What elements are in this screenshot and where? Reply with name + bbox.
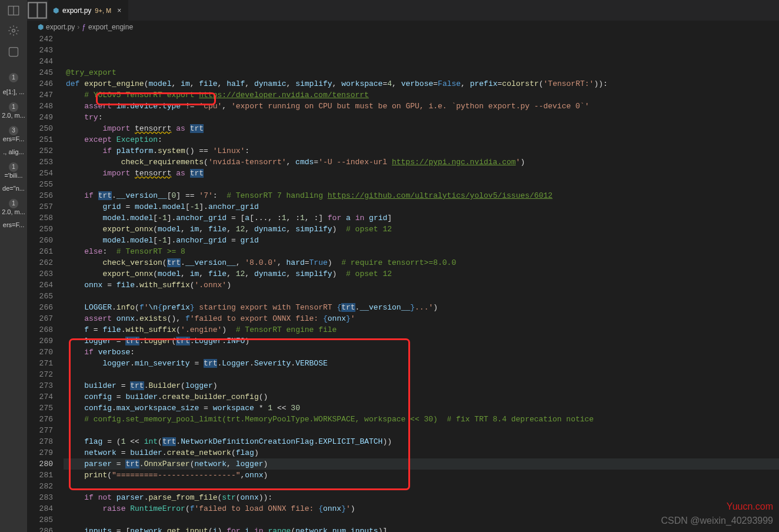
code-area[interactable]: @try_exportdef export_engine(model, im, …: [64, 34, 779, 532]
tab-git-status: 9+, M: [95, 7, 111, 14]
function-icon: ƒ: [82, 23, 86, 31]
activity-badge[interactable]: de="n...: [0, 184, 27, 193]
activity-badge[interactable]: e[1:], ...: [0, 87, 27, 97]
breadcrumb[interactable]: ⬢ export.py › ƒ export_engine: [27, 21, 779, 34]
split-editor-icon[interactable]: [4, 5, 24, 16]
chevron-right-icon: ›: [77, 23, 79, 31]
split-layout-icon[interactable]: [27, 0, 48, 21]
settings-gear-icon[interactable]: [6, 24, 21, 38]
python-icon: ⬢: [38, 23, 44, 31]
python-icon: ⬢: [53, 6, 59, 15]
svg-point-2: [12, 29, 15, 32]
activity-misc-icon[interactable]: [6, 45, 21, 59]
activity-badges: 1e[1:], ...12.0, m...3ers=F...., alig...…: [0, 71, 27, 230]
activity-badge[interactable]: 1='bili...: [0, 160, 27, 180]
editor[interactable]: 2422432442452462472482492502512522532542…: [27, 34, 779, 532]
close-icon[interactable]: ×: [115, 6, 124, 15]
line-gutter: 2422432442452462472482492502512522532542…: [27, 34, 64, 532]
editor-tabs: ⬢ export.py 9+, M ×: [27, 0, 779, 21]
activity-badge[interactable]: ., alig...: [0, 147, 27, 157]
svg-rect-3: [9, 48, 18, 56]
activity-badge[interactable]: 12.0, m...: [0, 197, 27, 217]
activity-badge[interactable]: 12.0, m...: [0, 100, 27, 120]
breadcrumb-symbol[interactable]: export_engine: [88, 23, 133, 31]
activity-badge[interactable]: ers=F...: [0, 220, 27, 230]
activity-badge[interactable]: 1: [0, 71, 27, 84]
activity-badge[interactable]: 3ers=F...: [0, 124, 27, 144]
tab-export-py[interactable]: ⬢ export.py 9+, M ×: [48, 0, 128, 21]
breadcrumb-file[interactable]: export.py: [46, 23, 75, 31]
tab-filename: export.py: [62, 6, 91, 15]
